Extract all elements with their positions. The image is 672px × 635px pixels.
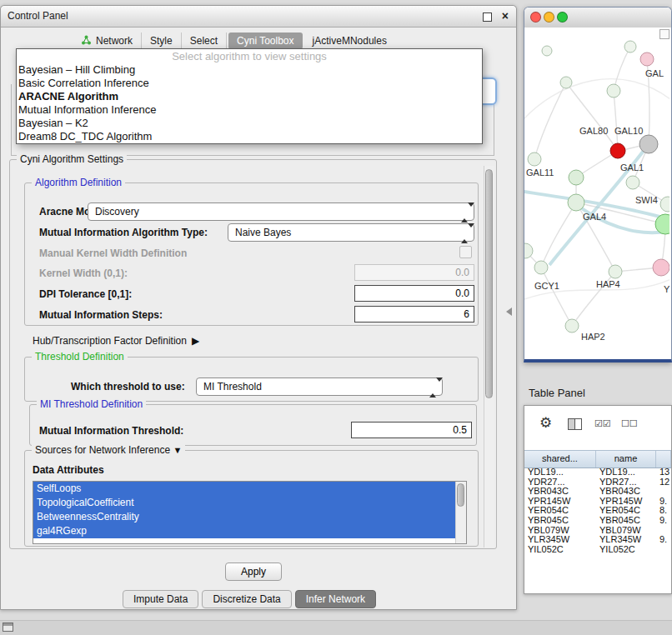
table-row[interactable]: YDR27... YDR27... 12 — [524, 478, 671, 488]
kernel-width-label: Kernel Width (0,1): — [39, 268, 128, 279]
close-icon[interactable]: × — [502, 9, 509, 22]
node-label[interactable]: GCY1 — [534, 281, 559, 291]
network-node[interactable] — [560, 77, 572, 88]
network-node[interactable] — [568, 194, 584, 211]
check-all-icon[interactable]: ☑☑ — [594, 418, 611, 429]
float-panel-icon[interactable] — [483, 12, 492, 22]
network-node[interactable] — [609, 265, 622, 278]
columns-icon[interactable] — [568, 418, 582, 430]
dropdown-option[interactable]: Bayesian – Hill Climbing — [17, 63, 482, 77]
network-node[interactable] — [534, 261, 548, 274]
table-row[interactable]: YIL052C YIL052C — [524, 545, 671, 554]
network-node[interactable] — [542, 46, 552, 56]
tab-jactivemnodules[interactable]: jActiveMNodules — [304, 32, 395, 49]
settings-scrollbar[interactable] — [484, 166, 494, 548]
dropdown-option[interactable]: Dream8 DC_TDC Algorithm — [17, 130, 482, 143]
dropdown-option-highlighted[interactable]: ARACNE Algorithm — [17, 90, 482, 103]
gear-icon[interactable]: ⚙ — [539, 414, 552, 432]
node-label[interactable]: GAL1 — [620, 162, 644, 172]
panel-splitter-handle[interactable] — [506, 308, 512, 316]
table-row[interactable]: YBR043C YBR043C — [524, 487, 671, 497]
table-row[interactable]: YBL079W YBL079W — [524, 526, 671, 536]
tab-select[interactable]: Select — [182, 32, 227, 49]
table-row[interactable]: YPR145W YPR145W 9. — [524, 497, 671, 507]
network-node[interactable] — [569, 170, 584, 185]
close-button[interactable] — [530, 12, 541, 22]
minimize-button[interactable] — [544, 12, 554, 22]
tab-discretize-data[interactable]: Discretize Data — [202, 590, 291, 608]
table-cell: 9. — [656, 516, 671, 526]
which-threshold-combobox[interactable]: MI Threshold — [196, 378, 443, 396]
data-attributes-listbox[interactable]: SelfLoops TopologicalCoefficient Between… — [33, 481, 467, 544]
minimized-panel-icon[interactable] — [3, 622, 13, 632]
network-node[interactable] — [528, 152, 541, 166]
node-label[interactable]: GAL10 — [614, 126, 643, 136]
algorithm-dropdown-popup: Select algorithm to view settings Bayesi… — [16, 48, 483, 144]
node-label[interactable]: GAL — [645, 68, 664, 78]
expand-arrow-icon[interactable]: ▶ — [192, 335, 199, 347]
apply-button[interactable]: Apply — [225, 562, 282, 581]
collapse-arrow-icon[interactable]: ▼ — [173, 445, 182, 455]
dropdown-option[interactable]: Basic Correlation Inference — [17, 77, 482, 90]
node-label[interactable]: GAL11 — [526, 168, 554, 178]
network-node[interactable] — [565, 319, 579, 332]
node-label[interactable]: HAP2 — [581, 332, 605, 342]
birdseye-toggle[interactable] — [659, 29, 669, 39]
node-label[interactable]: SWI4 — [635, 195, 658, 205]
group-title: Threshold Definition — [32, 351, 128, 362]
uncheck-all-icon[interactable]: ☐☐ — [621, 418, 638, 429]
combobox-arrows-icon — [461, 207, 469, 218]
network-window-titlebar[interactable] — [524, 8, 671, 28]
network-node[interactable] — [624, 41, 636, 52]
table-cell: YIL052C — [524, 545, 596, 554]
list-item-selected[interactable]: gal4RGexp — [33, 524, 455, 538]
node-label[interactable]: Y — [664, 284, 669, 294]
list-item-selected[interactable]: BetweennessCentrality — [33, 510, 455, 524]
column-header-shared-name[interactable]: shared... — [524, 451, 596, 468]
control-panel-titlebar[interactable]: Control Panel × — [1, 6, 516, 28]
column-header-partial[interactable] — [656, 451, 671, 468]
network-canvas[interactable]: GAL GAL80 GAL10 GAL11 GAL1 SWI4 GAL4 GCY… — [524, 28, 671, 359]
table-row[interactable]: YBR045C YBR045C 9. — [524, 516, 671, 526]
tab-impute-data[interactable]: Impute Data — [123, 590, 198, 608]
list-scrollbar-thumb[interactable] — [457, 483, 464, 507]
table-row[interactable]: YER054C YER054C 8. — [524, 506, 671, 516]
tab-style[interactable]: Style — [142, 32, 182, 49]
network-node-selected-red[interactable] — [610, 143, 625, 158]
zoom-button[interactable] — [557, 12, 568, 22]
table-row[interactable]: YLR345W YLR345W 9. — [524, 535, 671, 545]
node-label[interactable]: GAL4 — [583, 212, 606, 222]
network-node-hub-gray[interactable] — [639, 135, 658, 153]
network-node[interactable] — [626, 176, 639, 189]
tab-network[interactable]: Network — [73, 32, 142, 50]
list-item-selected[interactable]: SelfLoops — [33, 482, 455, 496]
dropdown-option[interactable]: Mutual Information Inference — [17, 103, 482, 117]
list-item-selected[interactable]: TopologicalCoefficient — [33, 496, 455, 510]
column-header-name[interactable]: name — [596, 451, 656, 468]
sources-title-label: Sources for Network Inference — [35, 444, 170, 456]
network-node-pink-right[interactable] — [653, 259, 669, 276]
dropdown-option[interactable]: Bayesian – K2 — [17, 117, 482, 130]
mi-threshold-input[interactable] — [351, 422, 472, 438]
network-node-pink-top[interactable] — [640, 52, 654, 66]
table-cell: 13 — [656, 468, 671, 478]
manual-kernel-width-label: Manual Kernel Width Definition — [39, 248, 187, 259]
group-title: MI Threshold Definition — [37, 398, 146, 410]
table-cell: YDL19... — [524, 468, 596, 478]
network-node[interactable] — [607, 84, 620, 98]
node-label[interactable]: GAL80 — [579, 126, 608, 136]
mi-steps-input[interactable] — [354, 306, 474, 322]
table-row[interactable]: YDL19... YDL19... 13 — [524, 468, 671, 478]
network-node[interactable] — [660, 197, 669, 212]
hub-definition-expander[interactable]: Hub/Transcription Factor Definition ▶ — [33, 335, 199, 347]
tab-infer-network[interactable]: Infer Network — [295, 590, 376, 608]
mi-algorithm-type-combobox[interactable]: Naive Bayes — [228, 223, 474, 242]
node-label[interactable]: HAP4 — [596, 279, 620, 289]
dpi-tolerance-input[interactable] — [354, 285, 474, 302]
aracne-mode-combobox[interactable]: Discovery — [88, 202, 474, 221]
combobox-value: Naive Bayes — [235, 227, 291, 238]
tab-cyni-toolbox[interactable]: Cyni Toolbox — [228, 32, 302, 49]
settings-scrollbar-thumb[interactable] — [485, 169, 493, 398]
list-scrollbar[interactable] — [455, 482, 466, 543]
network-node[interactable] — [524, 243, 533, 258]
